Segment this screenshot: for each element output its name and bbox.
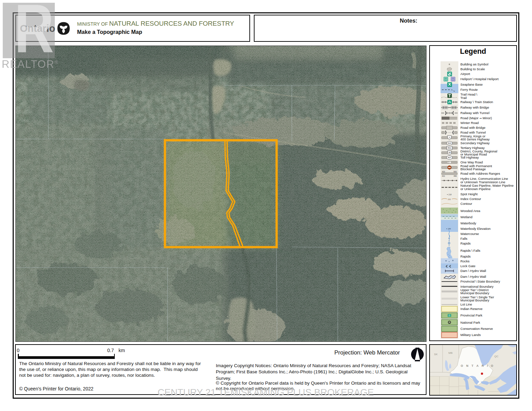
svg-text:831: 831 <box>448 147 451 149</box>
svg-text:218: 218 <box>448 194 451 196</box>
svg-text:MB: MB <box>448 351 453 354</box>
svg-text:524: 524 <box>448 142 451 144</box>
svg-text:500: 500 <box>454 171 457 173</box>
svg-text:7: 7 <box>449 137 450 139</box>
svg-text:SK: SK <box>434 353 438 356</box>
svg-text:184: 184 <box>448 228 451 230</box>
svg-text:O N T A R I O: O N T A R I O <box>461 364 494 368</box>
svg-text:28: 28 <box>448 152 451 154</box>
svg-text:QC: QC <box>494 355 498 358</box>
svg-text:407: 407 <box>448 157 451 159</box>
svg-text:200: 200 <box>448 198 451 200</box>
svg-text:420: 420 <box>442 171 445 173</box>
